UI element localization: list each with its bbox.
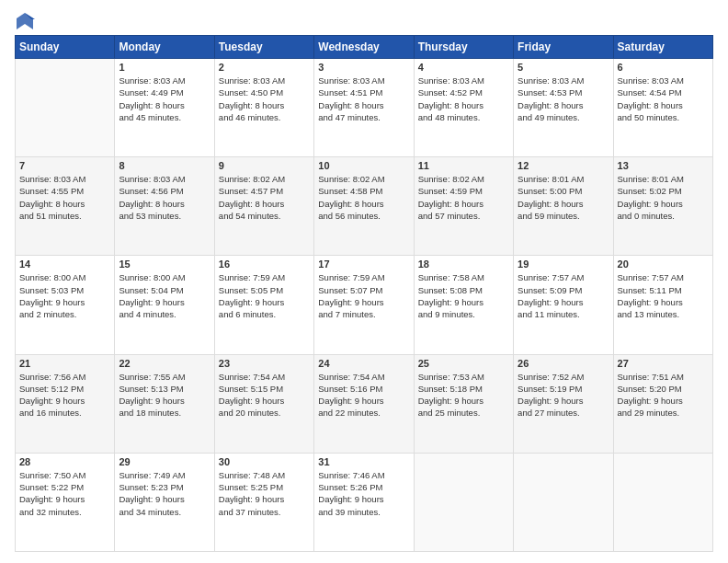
calendar-week-row: 1Sunrise: 8:03 AMSunset: 4:49 PMDaylight… xyxy=(16,59,713,157)
day-number: 15 xyxy=(119,259,210,270)
col-wednesday: Wednesday xyxy=(314,36,414,59)
day-info: Sunrise: 7:54 AMSunset: 5:16 PMDaylight:… xyxy=(318,371,409,419)
calendar-cell: 7Sunrise: 8:03 AMSunset: 4:55 PMDaylight… xyxy=(16,157,115,256)
svg-marker-0 xyxy=(17,13,33,29)
day-info: Sunrise: 7:56 AMSunset: 5:12 PMDaylight:… xyxy=(19,371,110,419)
calendar-cell: 25Sunrise: 7:53 AMSunset: 5:18 PMDayligh… xyxy=(414,354,513,453)
calendar-week-row: 28Sunrise: 7:50 AMSunset: 5:22 PMDayligh… xyxy=(16,453,713,551)
day-number: 17 xyxy=(318,259,409,270)
day-info: Sunrise: 8:03 AMSunset: 4:50 PMDaylight:… xyxy=(219,75,310,123)
day-number: 16 xyxy=(219,259,310,270)
day-info: Sunrise: 8:02 AMSunset: 4:57 PMDaylight:… xyxy=(219,173,310,222)
day-info: Sunrise: 8:01 AMSunset: 5:02 PMDaylight:… xyxy=(618,173,709,222)
day-number: 7 xyxy=(19,160,110,171)
day-info: Sunrise: 8:01 AMSunset: 5:00 PMDaylight:… xyxy=(518,173,609,222)
calendar-cell: 5Sunrise: 8:03 AMSunset: 4:53 PMDaylight… xyxy=(514,59,613,157)
day-info: Sunrise: 7:57 AMSunset: 5:11 PMDaylight:… xyxy=(618,271,709,320)
page-header xyxy=(15,11,713,28)
calendar-cell: 24Sunrise: 7:54 AMSunset: 5:16 PMDayligh… xyxy=(314,354,414,453)
day-info: Sunrise: 8:03 AMSunset: 4:54 PMDaylight:… xyxy=(618,75,709,123)
day-number: 1 xyxy=(119,62,210,73)
day-info: Sunrise: 7:50 AMSunset: 5:22 PMDaylight:… xyxy=(19,469,110,518)
day-number: 24 xyxy=(318,358,409,369)
calendar-cell: 2Sunrise: 8:03 AMSunset: 4:50 PMDaylight… xyxy=(214,59,313,157)
day-info: Sunrise: 8:02 AMSunset: 4:59 PMDaylight:… xyxy=(418,173,509,222)
day-number: 29 xyxy=(119,456,210,467)
calendar-cell: 16Sunrise: 7:59 AMSunset: 5:05 PMDayligh… xyxy=(214,256,313,354)
day-number: 28 xyxy=(19,456,110,467)
day-info: Sunrise: 8:03 AMSunset: 4:51 PMDaylight:… xyxy=(318,75,409,123)
calendar-cell xyxy=(514,453,613,551)
calendar-cell: 9Sunrise: 8:02 AMSunset: 4:57 PMDaylight… xyxy=(214,157,313,256)
day-number: 20 xyxy=(618,259,709,270)
day-info: Sunrise: 8:00 AMSunset: 5:04 PMDaylight:… xyxy=(119,271,210,320)
day-number: 3 xyxy=(318,62,409,73)
day-number: 4 xyxy=(418,62,509,73)
col-saturday: Saturday xyxy=(613,36,712,59)
day-number: 8 xyxy=(119,160,210,171)
col-thursday: Thursday xyxy=(414,36,513,59)
day-number: 22 xyxy=(119,358,210,369)
day-info: Sunrise: 7:52 AMSunset: 5:19 PMDaylight:… xyxy=(518,371,609,419)
calendar-cell: 12Sunrise: 8:01 AMSunset: 5:00 PMDayligh… xyxy=(514,157,613,256)
calendar-cell: 11Sunrise: 8:02 AMSunset: 4:59 PMDayligh… xyxy=(414,157,513,256)
col-monday: Monday xyxy=(115,36,214,59)
calendar-cell: 23Sunrise: 7:54 AMSunset: 5:15 PMDayligh… xyxy=(214,354,313,453)
day-number: 21 xyxy=(19,358,110,369)
calendar-cell: 27Sunrise: 7:51 AMSunset: 5:20 PMDayligh… xyxy=(613,354,712,453)
calendar-cell: 8Sunrise: 8:03 AMSunset: 4:56 PMDaylight… xyxy=(115,157,214,256)
day-info: Sunrise: 8:03 AMSunset: 4:52 PMDaylight:… xyxy=(418,75,509,123)
day-number: 31 xyxy=(318,456,409,467)
day-info: Sunrise: 7:59 AMSunset: 5:05 PMDaylight:… xyxy=(219,271,310,320)
calendar-cell xyxy=(414,453,513,551)
calendar-cell: 1Sunrise: 8:03 AMSunset: 4:49 PMDaylight… xyxy=(115,59,214,157)
day-number: 13 xyxy=(618,160,709,171)
day-info: Sunrise: 7:57 AMSunset: 5:09 PMDaylight:… xyxy=(518,271,609,320)
calendar-cell: 13Sunrise: 8:01 AMSunset: 5:02 PMDayligh… xyxy=(613,157,712,256)
calendar-cell: 26Sunrise: 7:52 AMSunset: 5:19 PMDayligh… xyxy=(514,354,613,453)
day-number: 19 xyxy=(518,259,609,270)
calendar-cell: 3Sunrise: 8:03 AMSunset: 4:51 PMDaylight… xyxy=(314,59,414,157)
day-number: 30 xyxy=(219,456,310,467)
day-number: 27 xyxy=(618,358,709,369)
calendar-cell: 18Sunrise: 7:58 AMSunset: 5:08 PMDayligh… xyxy=(414,256,513,354)
day-number: 5 xyxy=(518,62,609,73)
calendar-cell: 15Sunrise: 8:00 AMSunset: 5:04 PMDayligh… xyxy=(115,256,214,354)
calendar-cell: 21Sunrise: 7:56 AMSunset: 5:12 PMDayligh… xyxy=(16,354,115,453)
day-info: Sunrise: 8:03 AMSunset: 4:55 PMDaylight:… xyxy=(19,173,110,222)
logo xyxy=(15,11,35,28)
day-info: Sunrise: 8:03 AMSunset: 4:53 PMDaylight:… xyxy=(518,75,609,123)
day-info: Sunrise: 7:46 AMSunset: 5:26 PMDaylight:… xyxy=(318,469,409,518)
calendar-cell: 30Sunrise: 7:48 AMSunset: 5:25 PMDayligh… xyxy=(214,453,313,551)
day-info: Sunrise: 7:58 AMSunset: 5:08 PMDaylight:… xyxy=(418,271,509,320)
day-number: 6 xyxy=(618,62,709,73)
day-info: Sunrise: 7:55 AMSunset: 5:13 PMDaylight:… xyxy=(119,371,210,419)
day-info: Sunrise: 7:59 AMSunset: 5:07 PMDaylight:… xyxy=(318,271,409,320)
col-tuesday: Tuesday xyxy=(214,36,313,59)
day-number: 9 xyxy=(219,160,310,171)
day-info: Sunrise: 7:49 AMSunset: 5:23 PMDaylight:… xyxy=(119,469,210,518)
calendar-cell: 29Sunrise: 7:49 AMSunset: 5:23 PMDayligh… xyxy=(115,453,214,551)
day-number: 12 xyxy=(518,160,609,171)
calendar-cell: 20Sunrise: 7:57 AMSunset: 5:11 PMDayligh… xyxy=(613,256,712,354)
day-number: 18 xyxy=(418,259,509,270)
day-number: 25 xyxy=(418,358,509,369)
col-friday: Friday xyxy=(514,36,613,59)
calendar-cell: 10Sunrise: 8:02 AMSunset: 4:58 PMDayligh… xyxy=(314,157,414,256)
calendar-cell: 6Sunrise: 8:03 AMSunset: 4:54 PMDaylight… xyxy=(613,59,712,157)
calendar-cell xyxy=(16,59,115,157)
day-info: Sunrise: 7:51 AMSunset: 5:20 PMDaylight:… xyxy=(618,371,709,419)
day-info: Sunrise: 8:00 AMSunset: 5:03 PMDaylight:… xyxy=(19,271,110,320)
day-info: Sunrise: 7:54 AMSunset: 5:15 PMDaylight:… xyxy=(219,371,310,419)
calendar-week-row: 21Sunrise: 7:56 AMSunset: 5:12 PMDayligh… xyxy=(16,354,713,453)
day-number: 11 xyxy=(418,160,509,171)
calendar-cell xyxy=(613,453,712,551)
calendar-cell: 17Sunrise: 7:59 AMSunset: 5:07 PMDayligh… xyxy=(314,256,414,354)
col-sunday: Sunday xyxy=(16,36,115,59)
day-number: 14 xyxy=(19,259,110,270)
logo-icon xyxy=(15,11,35,31)
day-number: 10 xyxy=(318,160,409,171)
calendar-week-row: 7Sunrise: 8:03 AMSunset: 4:55 PMDaylight… xyxy=(16,157,713,256)
day-number: 26 xyxy=(518,358,609,369)
calendar-header-row: Sunday Monday Tuesday Wednesday Thursday… xyxy=(16,36,713,59)
